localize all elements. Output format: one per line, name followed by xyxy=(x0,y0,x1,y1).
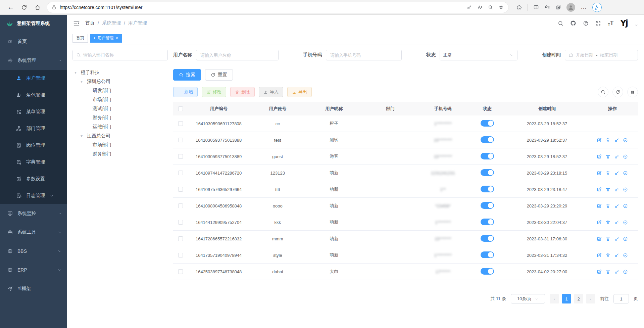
sidebar-fold-icon[interactable] xyxy=(73,20,80,27)
row-checkbox[interactable] xyxy=(178,171,183,175)
reset-password-key-icon[interactable] xyxy=(614,253,619,258)
zoom-out-icon[interactable] xyxy=(488,5,493,10)
sidebar-item-bbs[interactable]: BBS xyxy=(0,242,67,261)
page-size-select[interactable]: 10条/页 xyxy=(511,294,545,303)
search-button[interactable]: 搜索 xyxy=(173,69,201,81)
sidebar-item-home[interactable]: 首页 xyxy=(0,32,67,51)
sidebar-item-erp[interactable]: ERP xyxy=(0,261,67,279)
reset-password-key-icon[interactable] xyxy=(614,138,619,143)
tab-close-icon[interactable]: × xyxy=(115,36,118,40)
edit-row-icon[interactable] xyxy=(597,171,602,176)
caret-down-icon[interactable]: ▾ xyxy=(75,70,79,75)
edit-row-icon[interactable] xyxy=(597,138,602,143)
tree-node[interactable]: ▾深圳总公司 xyxy=(72,77,168,86)
tree-node[interactable]: 研发部门 xyxy=(72,86,168,95)
tree-node[interactable]: 财务部门 xyxy=(72,149,168,158)
reset-password-key-icon[interactable] xyxy=(614,236,619,241)
edit-row-icon[interactable] xyxy=(597,236,602,241)
dept-search-input[interactable]: 请输入部门名称 xyxy=(72,50,168,60)
select-all-checkbox[interactable] xyxy=(178,106,183,111)
browser-refresh-icon[interactable] xyxy=(18,2,30,13)
sidebar-item-tools[interactable]: 系统工具 xyxy=(0,223,67,242)
row-checkbox[interactable] xyxy=(178,138,183,142)
assign-role-check-icon[interactable] xyxy=(623,138,628,143)
header-search-icon[interactable] xyxy=(558,20,563,26)
read-aloud-icon[interactable] xyxy=(477,5,483,10)
page-button-2[interactable]: 2 xyxy=(574,294,583,303)
delete-button[interactable]: 删除 xyxy=(230,87,255,97)
tab-home[interactable]: 首页 xyxy=(72,34,88,43)
browser-profile-avatar[interactable] xyxy=(566,3,575,12)
sidebar-item-dict-mgmt[interactable]: 字典管理 xyxy=(0,154,67,171)
caret-down-icon[interactable]: ▾ xyxy=(81,79,85,84)
next-page-button[interactable] xyxy=(586,294,595,303)
favorite-add-icon[interactable] xyxy=(498,5,504,10)
github-icon[interactable] xyxy=(570,20,576,26)
reset-password-key-icon[interactable] xyxy=(614,269,619,274)
reset-password-key-icon[interactable] xyxy=(614,203,619,208)
row-checkbox[interactable] xyxy=(178,269,183,274)
username-input[interactable] xyxy=(196,50,279,60)
reset-password-key-icon[interactable] xyxy=(614,171,619,176)
status-toggle[interactable] xyxy=(481,251,494,258)
avatar-dropdown-caret-icon[interactable] xyxy=(634,23,638,27)
status-toggle[interactable] xyxy=(481,136,494,143)
assign-role-check-icon[interactable] xyxy=(623,269,628,274)
edit-row-icon[interactable] xyxy=(597,154,602,159)
assign-role-check-icon[interactable] xyxy=(623,220,628,225)
tree-node[interactable]: 财务部门 xyxy=(72,113,168,122)
row-checkbox[interactable] xyxy=(178,203,183,208)
extensions-icon[interactable] xyxy=(516,4,522,10)
export-button[interactable]: 导出 xyxy=(287,87,312,97)
sidebar-item-role-mgmt[interactable]: 角色管理 xyxy=(0,87,67,103)
password-key-icon[interactable] xyxy=(467,5,472,10)
reset-password-key-icon[interactable] xyxy=(614,154,619,159)
tree-node[interactable]: 市场部门 xyxy=(72,95,168,104)
delete-row-icon[interactable] xyxy=(605,269,610,274)
address-bar[interactable]: https://ccnetcore.com:1101/system/user xyxy=(47,2,508,13)
delete-row-icon[interactable] xyxy=(605,203,610,208)
sidebar-item-system[interactable]: 系统管理 xyxy=(0,51,67,70)
delete-row-icon[interactable] xyxy=(605,220,610,225)
delete-row-icon[interactable] xyxy=(605,236,610,241)
delete-row-icon[interactable] xyxy=(605,187,610,192)
status-toggle[interactable] xyxy=(481,219,494,225)
goto-page-input[interactable] xyxy=(613,294,629,303)
edit-row-icon[interactable] xyxy=(597,187,602,192)
delete-row-icon[interactable] xyxy=(605,253,610,258)
status-toggle[interactable] xyxy=(481,202,494,209)
caret-down-icon[interactable]: ▾ xyxy=(81,134,85,138)
assign-role-check-icon[interactable] xyxy=(623,203,628,208)
sidebar-item-menu-mgmt[interactable]: 菜单管理 xyxy=(0,103,67,120)
edit-row-icon[interactable] xyxy=(597,269,602,274)
status-toggle[interactable] xyxy=(481,169,494,176)
collections-icon[interactable] xyxy=(555,4,561,10)
page-button-1[interactable]: 1 xyxy=(562,294,571,303)
text-size-icon[interactable]: TT xyxy=(608,20,613,27)
status-toggle[interactable] xyxy=(481,153,494,159)
assign-role-check-icon[interactable] xyxy=(623,253,628,258)
breadcrumb-home[interactable]: 首页 xyxy=(85,20,95,26)
delete-row-icon[interactable] xyxy=(605,171,610,176)
row-checkbox[interactable] xyxy=(178,121,183,126)
add-button[interactable]: 新增 xyxy=(173,87,198,97)
url-text[interactable]: https://ccnetcore.com:1101/system/user xyxy=(60,5,142,10)
tab-user-mgmt[interactable]: ● 用户管理 × xyxy=(90,34,122,43)
status-toggle[interactable] xyxy=(481,268,494,275)
breadcrumb-system[interactable]: 系统管理 xyxy=(102,20,121,26)
fullscreen-icon[interactable] xyxy=(595,20,601,26)
table-refresh-icon[interactable] xyxy=(612,87,623,97)
edit-row-icon[interactable] xyxy=(597,220,602,225)
copilot-bing-icon[interactable] xyxy=(592,3,602,12)
sidebar-item-post-mgmt[interactable]: 岗位管理 xyxy=(0,137,67,154)
delete-row-icon[interactable] xyxy=(605,154,610,159)
delete-row-icon[interactable] xyxy=(605,138,610,143)
tree-node[interactable]: 测试部门 xyxy=(72,104,168,113)
tree-node[interactable]: ▾江西总公司 xyxy=(72,131,168,140)
row-checkbox[interactable] xyxy=(178,236,183,241)
edit-button[interactable]: 修改 xyxy=(202,87,226,97)
sidebar-item-monitor[interactable]: 系统监控 xyxy=(0,204,67,223)
reset-password-key-icon[interactable] xyxy=(614,187,619,192)
status-select[interactable]: 正常 xyxy=(440,50,517,60)
table-search-toggle-icon[interactable] xyxy=(598,87,608,97)
